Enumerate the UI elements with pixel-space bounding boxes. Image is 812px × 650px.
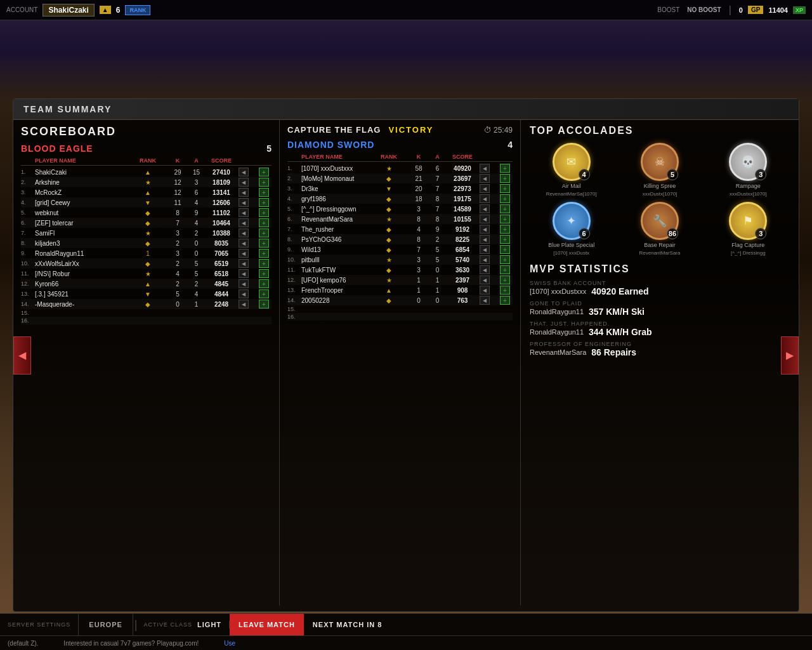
leave-match-button[interactable]: LEAVE MATCH [230,614,304,635]
ds-player-row: 14. 20050228 ◆ 0 0 763 ◀ + [287,295,513,305]
ds-mute-button[interactable]: ◀ [480,265,490,274]
ds-add-friend-button[interactable]: + [500,265,510,274]
ds-add-friend-button[interactable]: + [500,255,510,264]
mvp-stat-item: That. Just. Happened. RonaldRaygun11 344… [530,321,790,337]
be-player-row: 6. [ZEF] tolercar ◆ 7 4 10464 ◀ + [21,218,272,228]
mvp-title: MVP STATISTICS [530,263,790,275]
panel-title: TEAM SUMMARY [13,99,799,120]
ds-mute-button[interactable]: ◀ [480,275,490,284]
add-friend-button[interactable]: + [259,239,269,248]
bottom-ticker: (default Z). Interested in casual 7v7 ga… [0,636,812,650]
add-friend-button[interactable]: + [259,218,269,227]
be-team-header: BLOOD EAGLE 5 [21,143,272,154]
add-friend-button[interactable]: + [259,208,269,217]
ds-add-friend-button[interactable]: + [500,275,510,284]
ds-add-friend-button[interactable]: + [500,215,510,223]
mvp-stat-item: Gone To Plaid RonaldRaygun11 357 KM/H Sk… [530,300,790,317]
mute-button[interactable]: ◀ [239,168,249,176]
ds-mute-button[interactable]: ◀ [480,194,490,203]
ds-add-friend-button[interactable]: + [500,184,510,193]
mute-button[interactable]: ◀ [239,259,249,268]
ds-player-row: 11. TukTukFTW ◆ 3 0 3630 ◀ + [287,265,513,275]
ds-team-name: DIAMOND SWORD [287,140,374,150]
ds-add-friend-button[interactable]: + [500,245,510,254]
ds-mute-button[interactable]: ◀ [480,296,490,305]
ticker-link[interactable]: Use [224,640,235,647]
col-k: K [168,157,187,164]
mute-button[interactable]: ◀ [239,188,249,197]
add-friend-button[interactable]: + [259,188,269,197]
ds-add-friend-button[interactable]: + [500,296,510,305]
add-friend-button[interactable]: + [259,300,269,308]
clock-icon: ⏱ [484,126,492,135]
be-player-row: 1. ShakiCzaki ▲ 29 15 27410 ◀ + [21,167,272,177]
add-friend-button[interactable]: + [259,279,269,288]
mute-button[interactable]: ◀ [239,229,249,237]
mute-button[interactable]: ◀ [239,269,249,278]
add-friend-button[interactable]: + [259,289,269,298]
mute-button[interactable]: ◀ [239,178,249,187]
col-rank: RANK [129,157,167,164]
mute-button[interactable]: ◀ [239,289,249,298]
be-player-row: 14. -Masquerade- ◆ 0 1 2248 ◀ + [21,299,272,309]
add-friend-button[interactable]: + [259,269,269,278]
ds-add-friend-button[interactable]: + [500,235,510,244]
mute-button[interactable]: ◀ [239,218,249,227]
col-player-name: PLAYER NAME [35,157,128,164]
medal-blue-plate: ✦ 6 [553,202,591,240]
accolade-air-mail: ✉ 4 Air Mail RevenantMarSa[1070] [530,143,613,197]
scoreboard-title: SCOREBOARD [21,125,272,138]
ds-player-row: 8. PsYChOG346 ◆ 8 2 8225 ◀ + [287,234,513,244]
mute-button[interactable]: ◀ [239,300,249,308]
ds-add-friend-button[interactable]: + [500,204,510,213]
ds-player-row: 6. RevenantMarSara ★ 8 8 10155 ◀ + [287,214,513,224]
ds-col-k: K [409,154,428,160]
medal-air-mail: ✉ 4 [553,143,591,181]
be-player-row: 16. [21,317,272,324]
ds-col-a: A [429,154,445,160]
add-friend-button[interactable]: + [259,168,269,176]
ds-col-player-name: PLAYER NAME [301,154,369,160]
add-friend-button[interactable]: + [259,198,269,207]
col-score: SCORE [206,157,237,164]
nav-left-arrow[interactable]: ◀ [13,336,31,375]
ds-mute-button[interactable]: ◀ [480,225,490,234]
be-player-row: 10. xXxWolfsLairXx ◆ 2 5 6519 ◀ + [21,258,272,269]
ds-add-friend-button[interactable]: + [500,225,510,234]
mute-button[interactable]: ◀ [239,208,249,217]
add-friend-button[interactable]: + [259,259,269,268]
ds-mute-button[interactable]: ◀ [480,164,490,173]
be-team-name: BLOOD EAGLE [21,143,93,154]
xp-label: XP [793,6,806,14]
ds-player-row: 15. [287,305,513,313]
ds-mute-button[interactable]: ◀ [480,204,490,213]
ds-player-row: 10. pitbulll ★ 3 5 5740 ◀ + [287,255,513,265]
ds-mute-button[interactable]: ◀ [480,245,490,254]
ds-add-friend-button[interactable]: + [500,194,510,203]
mute-button[interactable]: ◀ [239,279,249,288]
add-friend-button[interactable]: + [259,178,269,187]
ds-mute-button[interactable]: ◀ [480,215,490,223]
ds-player-row: 13. FrenchTrooper ▲ 1 1 908 ◀ + [287,285,513,295]
mute-button[interactable]: ◀ [239,239,249,248]
medal-rampage: 💀 3 [729,143,767,181]
active-class-label: ACTIVE CLASS [139,621,198,628]
ds-mute-button[interactable]: ◀ [480,255,490,264]
ds-add-friend-button[interactable]: + [500,164,510,173]
tab-europe[interactable]: EUROPE [79,614,133,635]
mute-button[interactable]: ◀ [239,198,249,207]
ds-player-row: 4. gryf1986 ◆ 18 8 19175 ◀ + [287,194,513,204]
ds-mute-button[interactable]: ◀ [480,184,490,193]
ds-add-friend-button[interactable]: + [500,174,510,183]
ds-mute-button[interactable]: ◀ [480,174,490,183]
add-friend-button[interactable]: + [259,249,269,258]
mute-button[interactable]: ◀ [239,249,249,258]
ds-mute-button[interactable]: ◀ [480,235,490,244]
nav-right-arrow[interactable]: ▶ [781,336,799,375]
add-friend-button[interactable]: + [259,229,269,237]
accolade-blue-plate: ✦ 6 Blue Plate Special [1070] xxxDustx [530,202,613,256]
be-scoreboard-section: SCOREBOARD BLOOD EAGLE 5 PLAYER NAME RAN… [13,120,280,606]
ds-add-friend-button[interactable]: + [500,286,510,295]
ds-mute-button[interactable]: ◀ [480,286,490,295]
gp-value: 0 [739,6,743,14]
